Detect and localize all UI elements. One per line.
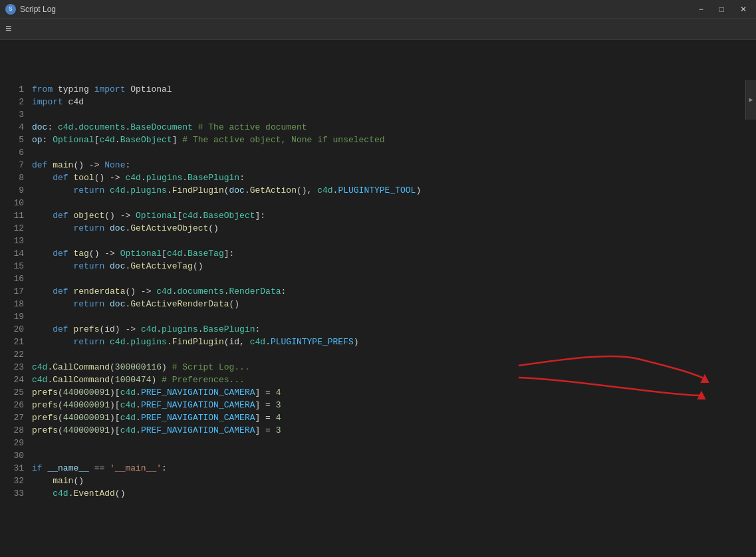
code-line: 5op: Optional[c4d.BaseObject] # The acti… — [8, 134, 748, 146]
code-token: . — [167, 185, 172, 195]
code-line: 22 — [8, 348, 748, 361]
line-number: 18 — [8, 298, 32, 310]
code-token: c4d — [250, 337, 265, 347]
line-number: 31 — [8, 462, 32, 475]
code-token: c4d — [120, 400, 136, 410]
code-line: 25prefs(440000091)[c4d.PREF_NAVIGATION_C… — [8, 386, 748, 399]
code-token: BaseObject — [120, 135, 172, 145]
code-line: 33 c4d.EventAdd() — [8, 487, 748, 500]
line-number: 15 — [8, 260, 32, 273]
code-token: prefs — [32, 400, 58, 410]
line-number: 8 — [8, 171, 32, 184]
code-token: c4d — [125, 173, 140, 183]
minimize-button[interactable]: − — [695, 3, 707, 15]
code-token: (id, — [224, 337, 250, 347]
code-token: main — [53, 476, 73, 486]
code-line: 29 — [8, 437, 748, 449]
line-number: 2 — [8, 96, 32, 108]
code-line: 7def main() -> None: — [8, 159, 748, 171]
code-token: () -> — [125, 286, 156, 296]
code-token: 440000091 — [63, 425, 110, 435]
code-token: ]: — [255, 211, 266, 221]
code-token: return — [73, 299, 104, 309]
code-token: 440000091 — [63, 388, 110, 397]
code-token: object — [73, 211, 104, 221]
code-line: 9 return c4d.plugins.FindPlugin(doc.GetA… — [8, 184, 748, 197]
code-token: BasePlugin — [188, 173, 239, 183]
line-number: 23 — [8, 361, 32, 374]
code-token: doc — [32, 122, 47, 132]
code-token: : — [125, 160, 130, 170]
code-token: # The active document — [198, 122, 307, 132]
line-number: 12 — [8, 222, 32, 235]
code-token — [32, 489, 53, 499]
code-line: 14 def tag() -> Optional[c4d.BaseTag]: — [8, 247, 748, 260]
code-token: ]: — [224, 249, 235, 259]
code-token: . — [136, 425, 141, 435]
code-token: Optional — [125, 84, 172, 94]
code-token: c4d — [317, 185, 332, 195]
code-token: ) — [162, 362, 172, 372]
code-token — [32, 324, 53, 334]
code-line: 21 return c4d.plugins.FindPlugin(id, c4d… — [8, 336, 748, 348]
code-line: 3 — [8, 108, 748, 121]
code-token: GetAction — [250, 185, 297, 195]
line-number: 9 — [8, 184, 32, 197]
code-editor[interactable]: 1from typing import Optional2import c4d3… — [0, 40, 756, 557]
code-token: : — [255, 324, 261, 334]
code-token: GetActiveObject — [130, 223, 208, 233]
line-number: 29 — [8, 437, 32, 449]
code-token: prefs — [32, 425, 58, 435]
code-line: 19 — [8, 310, 748, 323]
code-token: c4d — [141, 324, 156, 334]
code-line: 32 main() — [8, 475, 748, 487]
code-token: . — [141, 173, 146, 183]
code-token: . — [224, 286, 229, 296]
code-line: 11 def object() -> Optional[c4d.BaseObje… — [8, 209, 748, 222]
code-token: # Preferences... — [162, 375, 245, 385]
code-token: if — [32, 463, 43, 473]
code-token: ] = — [255, 400, 276, 410]
code-token: ( — [58, 400, 63, 410]
code-token: ( — [58, 388, 63, 397]
code-token: () — [73, 476, 84, 486]
code-token: c4d — [110, 185, 125, 195]
code-token: BaseTag — [188, 249, 224, 259]
code-line: 10 — [8, 197, 748, 209]
maximize-button[interactable]: □ — [715, 3, 728, 15]
code-token: . — [136, 388, 141, 397]
line-number: 27 — [8, 411, 32, 424]
code-token: BaseObject — [203, 211, 255, 221]
code-token — [32, 173, 53, 183]
code-token: plugins — [130, 337, 167, 347]
line-number: 5 — [8, 134, 32, 146]
code-token — [193, 122, 198, 132]
code-token: Optional — [136, 211, 177, 221]
code-token — [32, 249, 53, 259]
code-token: def — [32, 160, 47, 170]
line-number: 1 — [8, 83, 32, 96]
code-line: 13 — [8, 235, 748, 247]
code-token — [32, 476, 53, 486]
code-line: 16 — [8, 273, 748, 285]
code-token: [ — [162, 249, 167, 259]
code-token: ) — [151, 375, 162, 385]
line-number: 16 — [8, 273, 32, 285]
code-token: doc — [110, 223, 125, 233]
code-token — [32, 299, 73, 309]
line-number: 14 — [8, 247, 32, 260]
close-button[interactable]: ✕ — [736, 3, 751, 15]
code-token: () — [193, 261, 203, 271]
code-token: PLUGINTYPE_TOOL — [338, 185, 416, 195]
line-number: 21 — [8, 336, 32, 348]
code-line: 17 def renderdata() -> c4d.documents.Ren… — [8, 285, 748, 298]
code-token: def — [53, 173, 68, 183]
code-token: '__main__' — [110, 463, 162, 473]
code-token: (), — [297, 185, 317, 195]
code-token: c4d — [63, 97, 84, 107]
code-line: 2import c4d — [8, 96, 748, 108]
code-token: def — [53, 249, 68, 259]
code-token: CallCommand — [53, 375, 110, 385]
menu-icon[interactable]: ≡ — [5, 23, 12, 35]
side-panel-toggle[interactable]: ▶ — [745, 80, 756, 120]
